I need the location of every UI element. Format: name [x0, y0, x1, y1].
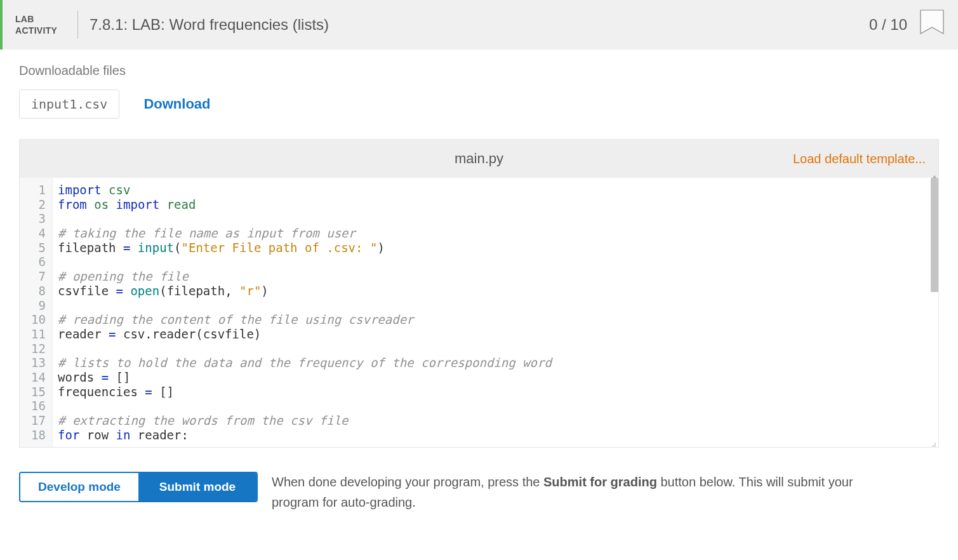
downloadable-files-row: input1.csv Download	[19, 90, 939, 119]
code-area[interactable]: import csvfrom os import read # taking t…	[53, 178, 938, 447]
downloadable-files-section: Downloadable files input1.csv Download	[0, 50, 958, 119]
editor-filename: main.py	[455, 150, 503, 167]
scrollbar-thumb[interactable]	[931, 178, 938, 292]
submit-mode-button[interactable]: Submit mode	[138, 473, 256, 501]
bookmark-icon[interactable]	[919, 10, 945, 40]
resize-handle-icon[interactable]: ⌟	[927, 436, 937, 446]
header-divider	[77, 11, 78, 39]
lab-activity-label: LAB ACTIVITY	[15, 13, 66, 36]
mode-row: Develop mode Submit mode When done devel…	[0, 448, 958, 519]
lab-score: 0 / 10	[869, 16, 907, 34]
editor-header: main.py Load default template...	[20, 140, 938, 178]
lab-title: 7.8.1: LAB: Word frequencies (lists)	[90, 16, 869, 34]
lab-header: LAB ACTIVITY 7.8.1: LAB: Word frequencie…	[0, 0, 958, 50]
code-editor: main.py Load default template... 1234567…	[19, 139, 939, 448]
mode-toggle: Develop mode Submit mode	[19, 472, 258, 502]
line-number-gutter: 123456789101112131415161718	[20, 178, 53, 447]
develop-mode-button[interactable]: Develop mode	[20, 473, 138, 501]
submit-hint-text: When done developing your program, press…	[272, 472, 856, 512]
downloadable-files-title: Downloadable files	[19, 63, 939, 78]
file-chip: input1.csv	[19, 90, 119, 119]
download-link[interactable]: Download	[143, 96, 210, 112]
editor-body[interactable]: 123456789101112131415161718 import csvfr…	[20, 178, 938, 447]
load-default-template-link[interactable]: Load default template...	[793, 152, 926, 166]
